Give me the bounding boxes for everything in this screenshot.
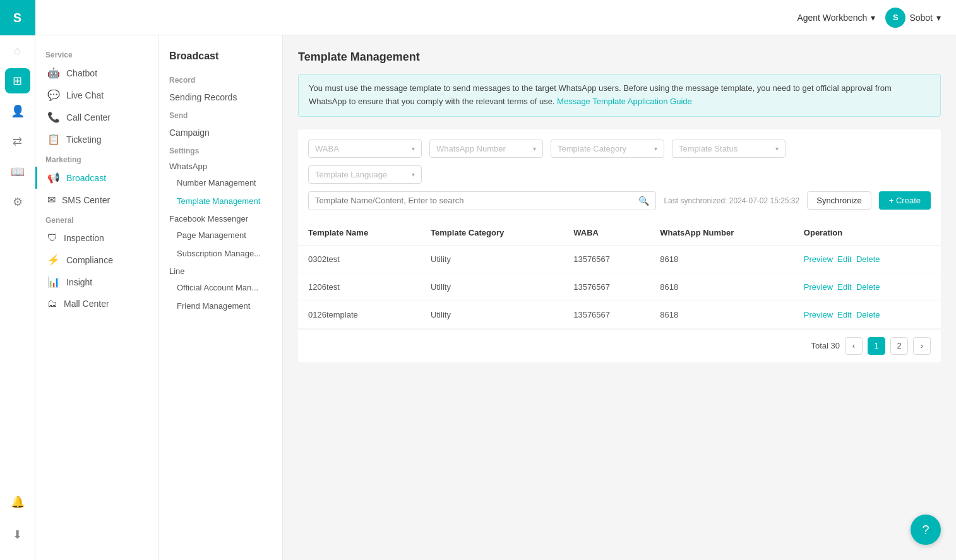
banner-link[interactable]: Message Template Application Guide [557,97,692,106]
home-icon[interactable]: ⌂ [5,38,30,63]
col-waba: WABA [563,220,650,246]
cell-waba: 13576567 [563,301,650,328]
help-button[interactable]: ? [911,515,941,545]
cell-whatsapp-number: 8618 [650,245,793,273]
col-operation: Operation [794,220,941,246]
col-template-category: Template Category [421,220,563,246]
language-chevron: ▾ [412,171,415,178]
preview-link[interactable]: Preview [804,282,833,292]
left-sidebar: Service 🤖 Chatbot 💬 Live Chat 📞 Call Cen… [35,35,159,560]
smscenter-icon: ✉ [47,194,56,206]
waba-select[interactable]: WABA ▾ [308,140,422,158]
avatar: S [885,8,905,28]
inspection-label: Inspection [64,233,104,243]
sidebar-item-chatbot[interactable]: 🤖 Chatbot [35,62,158,84]
sub-item-subscription-management[interactable]: Subscription Manage... [159,244,282,263]
next-page-button[interactable]: › [913,337,931,355]
user-name-label: Sobot [909,13,933,23]
service-label: Service [35,45,158,62]
broadcast-label: Broadcast [66,173,106,183]
top-bar: Agent Workbench ▾ S Sobot ▾ [0,0,956,35]
sync-button[interactable]: Synchronize [807,191,871,210]
delete-link[interactable]: Delete [856,254,880,264]
cell-template-category: Utility [421,245,563,273]
cell-template-name: 1206test [298,273,421,301]
apps-icon[interactable]: ⊞ [5,68,30,93]
sub-item-campaign[interactable]: Campaign [159,122,282,143]
preview-link[interactable]: Preview [804,254,833,264]
cell-operation: Preview Edit Delete [794,245,941,273]
cell-operation: Preview Edit Delete [794,273,941,301]
bell-icon[interactable]: 🔔 [5,489,30,515]
status-chevron: ▾ [775,145,779,152]
template-table-container: WABA ▾ WhatsApp Number ▾ Template Catego… [298,129,941,362]
sidebar-item-compliance[interactable]: ⚡ Compliance [35,249,158,271]
sidebar-item-insight[interactable]: 📊 Insight [35,271,158,293]
sub-item-friend-management[interactable]: Friend Management [159,297,282,315]
col-template-name: Template Name [298,220,421,246]
routing-icon[interactable]: ⇄ [5,129,30,154]
agent-workbench-label: Agent Workbench [797,13,867,23]
status-select[interactable]: Template Status ▾ [672,140,786,158]
sub-item-template-management[interactable]: Template Management [159,192,282,210]
service-section: Service 🤖 Chatbot 💬 Live Chat 📞 Call Cen… [35,45,158,150]
book-icon[interactable]: 📖 [5,159,30,184]
user-chevron: ▾ [936,13,941,23]
table-body: 0302test Utility 13576567 8618 Preview E… [298,245,941,328]
cell-whatsapp-number: 8618 [650,273,793,301]
search-input-wrapper: 🔍 [308,191,656,210]
filter-row-2: Template Language ▾ [308,165,931,184]
sidebar-item-mallcenter[interactable]: 🗂 Mall Center [35,293,158,314]
record-section-label: Record [159,72,282,87]
inspection-icon: 🛡 [47,232,57,244]
category-select[interactable]: Template Category ▾ [551,140,664,158]
ticketing-icon: 📋 [47,133,60,145]
preview-link[interactable]: Preview [804,310,833,319]
waba-chevron: ▾ [412,145,415,152]
agent-workbench-dropdown[interactable]: Agent Workbench ▾ [797,13,875,23]
search-icon: 🔍 [638,196,649,206]
whatsapp-sub-label: WhatsApp [159,158,282,174]
sidebar-item-inspection[interactable]: 🛡 Inspection [35,227,158,249]
edit-link[interactable]: Edit [837,310,851,319]
page-title: Template Management [298,51,941,64]
user-dropdown[interactable]: S Sobot ▾ [885,8,941,28]
line-sub-label: Line [159,263,282,278]
sidebar-item-callcenter[interactable]: 📞 Call Center [35,106,158,128]
general-label: General [35,211,158,227]
sidebar-item-livechat[interactable]: 💬 Live Chat [35,84,158,106]
table-row: 0302test Utility 13576567 8618 Preview E… [298,245,941,273]
sidebar-item-smscenter[interactable]: ✉ SMS Center [35,189,158,211]
language-select[interactable]: Template Language ▾ [308,165,422,184]
cell-waba: 13576567 [563,273,650,301]
delete-link[interactable]: Delete [856,282,880,292]
settings-icon[interactable]: ⚙ [5,189,30,215]
whatsapp-number-select[interactable]: WhatsApp Number ▾ [429,140,543,158]
mallcenter-label: Mall Center [64,299,109,309]
page-1-button[interactable]: 1 [868,337,885,355]
waba-placeholder: WABA [315,144,339,153]
search-input[interactable] [315,196,633,205]
sub-item-page-management[interactable]: Page Management [159,226,282,244]
delete-link[interactable]: Delete [856,310,880,319]
edit-link[interactable]: Edit [837,254,851,264]
create-button[interactable]: + Create [879,191,931,210]
sub-item-sending-records[interactable]: Sending Records [159,87,282,107]
sidebar-item-broadcast[interactable]: 📢 Broadcast [35,167,158,189]
download-icon[interactable]: ⬇ [5,522,30,547]
sub-item-official-account[interactable]: Official Account Man... [159,278,282,297]
sub-item-number-management[interactable]: Number Management [159,174,282,192]
page-2-button[interactable]: 2 [890,337,908,355]
cell-whatsapp-number: 8618 [650,301,793,328]
ticketing-label: Ticketing [66,134,102,145]
table-header-row: Template Name Template Category WABA Wha… [298,220,941,246]
prev-page-button[interactable]: ‹ [845,337,863,355]
edit-link[interactable]: Edit [837,282,851,292]
send-section-label: Send [159,107,282,122]
livechat-label: Live Chat [66,90,104,100]
livechat-icon: 💬 [47,89,60,101]
sidebar-item-ticketing[interactable]: 📋 Ticketing [35,128,158,150]
marketing-section: Marketing 📢 Broadcast ✉ SMS Center [35,150,158,211]
contacts-icon[interactable]: 👤 [5,98,30,124]
table-row: 0126template Utility 13576567 8618 Previ… [298,301,941,328]
